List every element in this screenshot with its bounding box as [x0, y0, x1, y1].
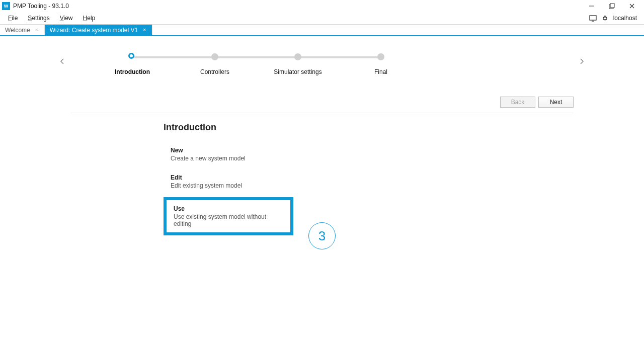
svg-rect-7: [603, 17, 607, 20]
tab-welcome[interactable]: Welcome ×: [0, 25, 45, 35]
step-label-final: Final: [374, 68, 387, 75]
callout-badge: 3: [308, 222, 336, 249]
step-label-introduction: Introduction: [115, 68, 150, 75]
stepper-prev-icon[interactable]: [55, 54, 69, 68]
menu-file[interactable]: File: [3, 12, 23, 24]
choice-edit-title: Edit: [171, 174, 292, 181]
choice-new-desc: Create a new system model: [171, 155, 292, 162]
choice-new[interactable]: New Create a new system model: [164, 143, 299, 166]
step-dot-introduction[interactable]: [128, 53, 134, 59]
tab-wizard-label: Wizard: Create system model V1: [50, 27, 138, 34]
step-dot-controllers[interactable]: [211, 53, 218, 60]
step-label-simulator-settings: Simulator settings: [274, 68, 321, 75]
svg-rect-5: [590, 16, 596, 20]
tab-wizard-close-icon[interactable]: ×: [142, 28, 147, 33]
choice-edit-desc: Edit existing system model: [171, 182, 292, 189]
plug-icon[interactable]: [601, 14, 609, 22]
close-button[interactable]: [622, 0, 642, 12]
choice-new-title: New: [171, 147, 292, 154]
tab-wizard[interactable]: Wizard: Create system model V1 ×: [45, 25, 152, 35]
wizard-area: Introduction Controllers Simulator setti…: [0, 36, 644, 235]
window-title: PMP Tooling - 93.1.0: [13, 3, 69, 10]
menu-view[interactable]: View: [55, 12, 78, 24]
stepper: Introduction Controllers Simulator setti…: [55, 51, 589, 81]
title-bar: W PMP Tooling - 93.1.0: [0, 0, 644, 12]
step-connector: [215, 56, 297, 58]
menu-bar: File Settings View Help localhost: [0, 12, 644, 24]
app-icon: W: [2, 2, 10, 10]
stepper-next-icon[interactable]: [575, 54, 589, 68]
step-label-controllers: Controllers: [200, 68, 229, 75]
menu-help[interactable]: Help: [78, 12, 101, 24]
svg-rect-2: [610, 4, 614, 8]
host-label: localhost: [613, 15, 637, 22]
step-dot-final[interactable]: [377, 53, 384, 60]
tab-welcome-label: Welcome: [5, 27, 30, 34]
tab-welcome-close-icon[interactable]: ×: [34, 28, 39, 33]
monitor-icon[interactable]: [589, 14, 597, 22]
choice-use[interactable]: Use Use existing system model without ed…: [164, 197, 293, 235]
intro-panel: Introduction New Create a new system mod…: [164, 122, 589, 235]
minimize-button[interactable]: [582, 0, 602, 12]
maximize-button[interactable]: [602, 0, 622, 12]
intro-heading: Introduction: [164, 122, 589, 133]
choice-edit[interactable]: Edit Edit existing system model: [164, 170, 299, 193]
menu-settings[interactable]: Settings: [23, 12, 54, 24]
choice-use-desc: Use existing system model without editin…: [174, 213, 283, 227]
step-dot-simulator-settings[interactable]: [294, 53, 301, 60]
step-connector: [298, 56, 380, 58]
choice-use-title: Use: [174, 205, 283, 212]
next-button[interactable]: Next: [538, 97, 574, 108]
step-connector: [132, 56, 214, 58]
wizard-nav-buttons: Back Next: [70, 97, 574, 113]
tab-bar: Welcome × Wizard: Create system model V1…: [0, 24, 644, 36]
back-button[interactable]: Back: [500, 97, 535, 108]
